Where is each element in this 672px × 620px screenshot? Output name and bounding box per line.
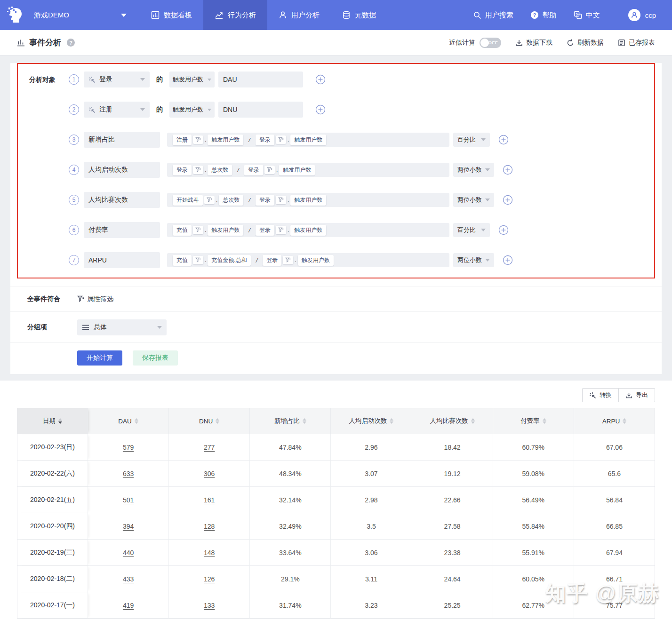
nav-item-metadata[interactable]: 元数据 — [331, 0, 387, 30]
dnu-link[interactable]: 161 — [204, 496, 215, 504]
cell-dau[interactable]: 633 — [88, 461, 169, 486]
add-metric-button[interactable] — [315, 74, 326, 85]
header-dnu[interactable]: DNU — [169, 408, 250, 434]
calculate-button[interactable]: 开始计算 — [77, 350, 122, 366]
dau-link[interactable]: 419 — [123, 602, 134, 609]
add-metric-button[interactable] — [498, 225, 509, 235]
dnu-link[interactable]: 133 — [204, 602, 215, 609]
formula-bar[interactable]: 开始战斗.总次数/登录.触发用户数 — [167, 193, 449, 207]
cell-dnu[interactable]: 133 — [169, 592, 250, 618]
cell-dnu[interactable]: 306 — [169, 461, 250, 486]
format-select[interactable]: 百分比 — [453, 133, 490, 147]
add-metric-button[interactable] — [315, 104, 326, 115]
formula-filter-chip[interactable] — [283, 256, 293, 264]
dnu-link[interactable]: 306 — [204, 470, 215, 477]
dau-link[interactable]: 440 — [123, 549, 134, 556]
formula-event-chip[interactable]: 注册 — [173, 135, 192, 145]
formula-measure-chip[interactable]: 触发用户数 — [298, 255, 334, 266]
formula-measure-chip[interactable]: 触发用户数 — [290, 135, 326, 145]
measure-select[interactable]: 触发用户数 — [169, 102, 215, 118]
metric-name-input[interactable]: DAU — [218, 72, 303, 87]
grouping-select[interactable]: 总体 — [77, 319, 167, 335]
formula-filter-chip[interactable] — [276, 226, 286, 234]
nav-item-dashboard[interactable]: 数据看板 — [140, 0, 203, 30]
dau-link[interactable]: 501 — [123, 496, 134, 504]
add-metric-button[interactable] — [498, 135, 509, 145]
formula-event-chip[interactable]: 登录 — [256, 135, 274, 145]
metric-name-input[interactable]: 付费率 — [84, 222, 160, 238]
formula-filter-chip[interactable] — [193, 226, 203, 234]
header-arpu[interactable]: ARPU — [574, 408, 655, 434]
title-help-icon[interactable]: ? — [67, 39, 75, 47]
cell-dau[interactable]: 433 — [88, 566, 169, 592]
formula-measure-chip[interactable]: 充值金额.总和 — [208, 255, 250, 266]
formula-filter-chip[interactable] — [276, 135, 286, 144]
dau-link[interactable]: 633 — [123, 470, 134, 477]
language-button[interactable]: 中文 — [574, 11, 600, 20]
header-avg-launch[interactable]: 人均启动次数 — [331, 408, 412, 434]
saved-reports-button[interactable]: 已存报表 — [618, 39, 655, 47]
user-menu[interactable]: ccp — [628, 9, 656, 21]
formula-filter-chip[interactable] — [264, 166, 275, 174]
header-new-ratio[interactable]: 新增占比 — [250, 408, 331, 434]
measure-select[interactable]: 触发用户数 — [169, 72, 215, 87]
formula-event-chip[interactable]: 充值 — [173, 225, 192, 236]
metric-name-input[interactable]: ARPU — [84, 252, 160, 268]
metric-name-input[interactable]: 人均启动次数 — [84, 162, 160, 178]
format-select[interactable]: 两位小数 — [453, 193, 494, 207]
cell-dau[interactable]: 440 — [88, 540, 169, 565]
cell-dau[interactable]: 394 — [88, 513, 169, 539]
dnu-link[interactable]: 148 — [204, 549, 215, 556]
dau-link[interactable]: 579 — [123, 444, 134, 451]
formula-measure-chip[interactable]: 触发用户数 — [279, 165, 315, 175]
data-download-button[interactable]: 数据下载 — [515, 39, 552, 47]
formula-filter-chip[interactable] — [193, 166, 203, 174]
formula-bar[interactable]: 充值.充值金额.总和/登录.触发用户数 — [167, 253, 449, 267]
header-avg-match[interactable]: 人均比赛次数 — [412, 408, 493, 434]
format-select[interactable]: 两位小数 — [453, 163, 494, 177]
formula-measure-chip[interactable]: 总次数 — [219, 195, 243, 206]
header-date[interactable]: 日期 — [17, 408, 88, 434]
event-select[interactable]: 登录 — [84, 72, 150, 87]
dnu-link[interactable]: 126 — [204, 575, 215, 583]
format-select[interactable]: 两位小数 — [453, 253, 494, 267]
metric-name-input[interactable]: 新增占比 — [84, 132, 160, 148]
formula-event-chip[interactable]: 登录 — [263, 255, 281, 266]
cell-dau[interactable]: 419 — [88, 592, 169, 618]
metric-name-input[interactable]: DNU — [218, 102, 303, 118]
approx-calc-toggle[interactable]: OFF — [480, 38, 501, 48]
formula-event-chip[interactable]: 登录 — [244, 165, 263, 175]
formula-measure-chip[interactable]: 触发用户数 — [208, 225, 243, 236]
cell-dau[interactable]: 579 — [88, 434, 169, 460]
nav-item-behavior-analysis[interactable]: 行为分析 — [203, 0, 267, 30]
save-report-button[interactable]: 保存报表 — [133, 350, 178, 366]
formula-filter-chip[interactable] — [276, 196, 286, 204]
dau-link[interactable]: 433 — [123, 575, 134, 583]
add-metric-button[interactable] — [503, 195, 513, 205]
formula-bar[interactable]: 充值.触发用户数/登录.触发用户数 — [167, 223, 449, 237]
format-select[interactable]: 百分比 — [453, 223, 490, 237]
metric-name-input[interactable]: 人均比赛次数 — [84, 192, 160, 208]
cell-dnu[interactable]: 126 — [169, 566, 250, 592]
formula-filter-chip[interactable] — [193, 256, 203, 264]
formula-event-chip[interactable]: 充值 — [173, 255, 192, 266]
formula-measure-chip[interactable]: 触发用户数 — [290, 225, 326, 236]
formula-event-chip[interactable]: 开始战斗 — [173, 195, 203, 206]
project-selector[interactable]: 游戏DEMO — [30, 11, 135, 20]
formula-event-chip[interactable]: 登录 — [173, 165, 192, 175]
formula-bar[interactable]: 登录.总次数/登录.触发用户数 — [167, 163, 449, 177]
cell-dau[interactable]: 501 — [88, 487, 169, 513]
user-search-button[interactable]: 用户搜索 — [473, 11, 513, 20]
add-metric-button[interactable] — [503, 255, 513, 265]
formula-event-chip[interactable]: 登录 — [256, 195, 274, 206]
cell-dnu[interactable]: 277 — [169, 434, 250, 460]
formula-measure-chip[interactable]: 总次数 — [208, 165, 232, 175]
add-metric-button[interactable] — [503, 165, 513, 175]
nav-item-user-analysis[interactable]: 用户分析 — [267, 0, 331, 30]
cell-dnu[interactable]: 148 — [169, 540, 250, 565]
help-button[interactable]: ? 帮助 — [530, 11, 557, 20]
header-pay-rate[interactable]: 付费率 — [493, 408, 574, 434]
dau-link[interactable]: 394 — [123, 523, 134, 530]
formula-bar[interactable]: 注册.触发用户数/登录.触发用户数 — [167, 133, 449, 147]
attribute-filter-button[interactable]: 属性筛选 — [77, 295, 113, 303]
